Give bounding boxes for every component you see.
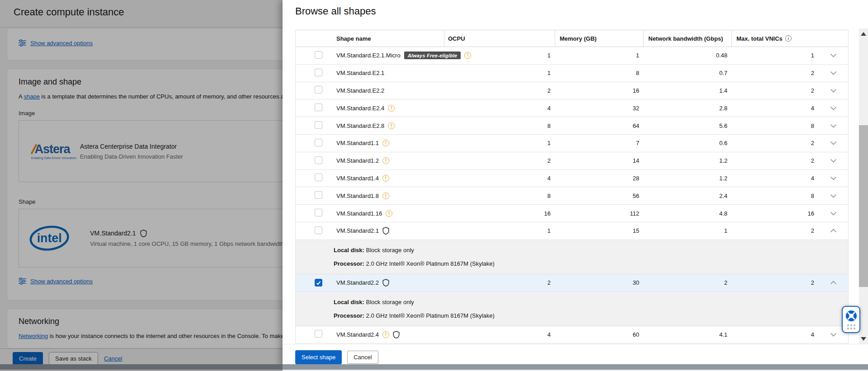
memory-value: 7 (555, 140, 644, 146)
memory-value: 112 (555, 210, 644, 217)
memory-value: 30 (555, 279, 644, 286)
chevron-down-icon[interactable] (830, 140, 837, 146)
panel-scrollbar[interactable] (859, 28, 868, 344)
shape-checkbox[interactable] (315, 139, 322, 146)
memory-value: 16 (555, 87, 644, 94)
shape-row[interactable]: VM.Standard2.4!4604.14 (296, 326, 848, 344)
chevron-up-icon[interactable] (830, 279, 837, 286)
shape-details: Local disk: Block storage onlyProcessor:… (296, 292, 848, 326)
bandwidth-value: 2.8 (644, 105, 732, 112)
vnics-value: 4 (732, 105, 819, 112)
shape-checkbox[interactable] (315, 51, 322, 59)
shape-name-cell: VM.Standard1.1! (330, 140, 444, 146)
chevron-down-icon[interactable] (830, 105, 837, 112)
shape-checkbox[interactable] (315, 69, 322, 76)
panel-cancel-button[interactable]: Cancel (347, 351, 378, 364)
checkbox-cell (296, 330, 330, 339)
vnics-value: 8 (732, 122, 819, 129)
help-widget[interactable] (842, 306, 860, 333)
vnics-value: 2 (732, 279, 819, 286)
shape-row[interactable]: VM.Standard.E2.8!8645.68 (296, 117, 848, 135)
shape-row[interactable]: VM.Standard1.4!4281.24 (296, 170, 848, 188)
shape-checkbox[interactable] (315, 191, 322, 199)
chevron-up-icon[interactable] (830, 227, 837, 234)
chevron-down-icon[interactable] (830, 175, 837, 182)
chevron-down-icon[interactable] (830, 70, 837, 76)
shape-checkbox[interactable] (315, 103, 322, 111)
chevron-down-icon[interactable] (830, 193, 837, 199)
checkbox-cell (296, 86, 330, 95)
checkbox-cell (296, 156, 330, 165)
shape-row[interactable]: VM.Standard.E2.1180.72 (296, 65, 848, 82)
vnics-value: 16 (732, 210, 819, 217)
local-disk-detail: Local disk: Block storage only (334, 247, 848, 254)
vnics-value: 4 (732, 331, 819, 338)
shape-name-cell: VM.Standard2.1 (330, 227, 444, 235)
col-ocpu: OCPU (444, 30, 555, 47)
scroll-up-arrow-icon[interactable] (861, 32, 866, 36)
vnics-value: 2 (732, 140, 819, 146)
shape-checkbox[interactable] (315, 121, 322, 129)
shape-row[interactable]: VM.Standard1.16!161124.816 (296, 205, 848, 222)
create-instance-page: Create compute instance Show advanced op… (0, 0, 283, 371)
shape-name-cell: VM.Standard2.2 (330, 279, 444, 286)
chevron-down-icon[interactable] (830, 52, 837, 59)
shape-row[interactable]: VM.Standard1.8!8562.48 (296, 187, 848, 205)
shape-name: VM.Standard2.2 (336, 279, 379, 286)
shape-row[interactable]: VM.Standard.E2.22161.42 (296, 82, 848, 100)
panel-footer: Select shape Cancel (295, 350, 378, 364)
checkbox-cell (296, 191, 330, 200)
warning-icon: ! (382, 157, 389, 164)
shape-row[interactable]: VM.Standard.E2.4!4322.84 (296, 99, 848, 117)
scrollbar-thumb[interactable] (859, 125, 868, 287)
panel-title: Browse all shapes (295, 5, 376, 17)
drag-handle-icon[interactable] (847, 324, 855, 329)
bandwidth-value: 5.6 (644, 122, 732, 129)
warning-icon: ! (388, 105, 395, 112)
chevron-down-icon[interactable] (830, 157, 837, 164)
shape-row[interactable]: VM.Standard.E2.1.MicroAlways Free-eligib… (296, 47, 848, 65)
processor-detail: Processor: 2.0 GHz Intel® Xeon® Platinum… (334, 312, 848, 319)
shape-name-cell: VM.Standard.E2.2 (330, 87, 444, 94)
ocpu-value: 2 (444, 279, 555, 286)
select-shape-button[interactable]: Select shape (295, 350, 342, 364)
shape-name-cell: VM.Standard.E2.4! (330, 105, 444, 112)
shape-name-cell: VM.Standard1.4! (330, 175, 444, 182)
shape-checkbox[interactable] (315, 279, 322, 286)
shape-checkbox[interactable] (315, 330, 322, 338)
chevron-down-icon[interactable] (830, 210, 837, 217)
memory-value: 8 (555, 70, 644, 76)
shape-checkbox[interactable] (315, 209, 322, 216)
chevron-down-icon[interactable] (830, 331, 837, 338)
warning-icon: ! (386, 210, 392, 217)
shape-row[interactable]: VM.Standard1.1!170.62 (296, 135, 848, 152)
bandwidth-value: 1 (644, 227, 732, 234)
chevron-cell (819, 70, 848, 76)
shape-name-cell: VM.Standard.E2.8! (330, 122, 444, 129)
shape-name: VM.Standard2.4 (336, 331, 379, 338)
chevron-down-icon[interactable] (830, 122, 837, 129)
vnics-value: 8 (732, 193, 819, 199)
shape-name: VM.Standard.E2.2 (336, 87, 384, 94)
shape-row[interactable]: VM.Standard2.223022 (296, 274, 848, 292)
shape-row[interactable]: VM.Standard2.111512 (296, 222, 848, 240)
shape-name: VM.Standard1.2 (336, 157, 379, 164)
bandwidth-value: 1.2 (644, 175, 732, 182)
shape-checkbox[interactable] (315, 86, 322, 94)
shape-checkbox[interactable] (315, 174, 322, 181)
chevron-down-icon[interactable] (830, 87, 837, 94)
vnics-value: 2 (732, 87, 819, 94)
info-icon[interactable]: i (785, 35, 792, 42)
shape-checkbox[interactable] (315, 226, 322, 234)
ocpu-value: 4 (444, 331, 555, 338)
shape-row[interactable]: VM.Standard1.2!2141.22 (296, 152, 848, 170)
shape-name: VM.Standard1.1 (336, 140, 379, 146)
shape-checkbox[interactable] (315, 156, 322, 164)
scroll-down-arrow-icon[interactable] (861, 337, 866, 341)
shape-name: VM.Standard.E2.1.Micro (336, 52, 401, 59)
shield-icon (382, 279, 389, 286)
chevron-cell (819, 140, 848, 146)
ocpu-value: 4 (444, 175, 555, 182)
shape-name-cell: VM.Standard1.16! (330, 210, 444, 217)
checkbox-cell (296, 69, 330, 78)
